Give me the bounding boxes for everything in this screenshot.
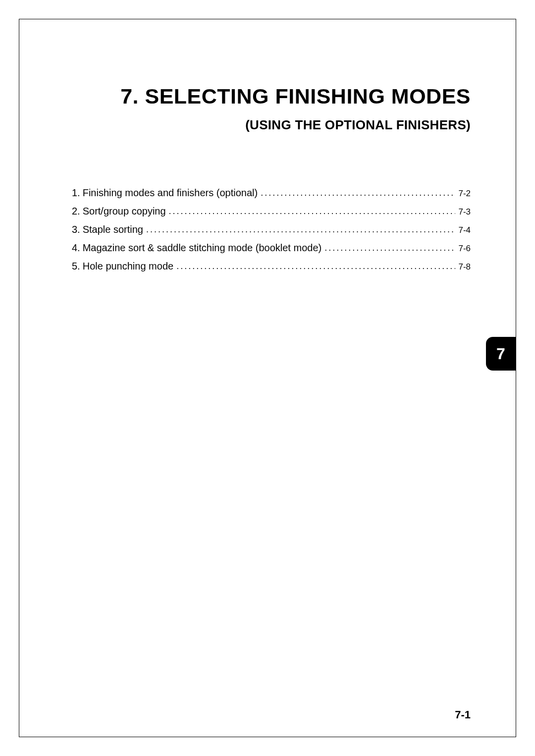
toc-dots (176, 261, 455, 271)
toc-dots (169, 206, 456, 216)
toc-entry: 5. Hole punching mode 7-8 (72, 261, 471, 272)
page-number: 7-1 (455, 708, 471, 721)
chapter-title: 7. SELECTING FINISHING MODES (64, 84, 471, 108)
toc-entry: 4. Magazine sort & saddle stitching mode… (72, 242, 471, 254)
toc-dots (324, 243, 455, 253)
toc-dots (261, 188, 455, 198)
toc-entry-number: 1. (72, 187, 80, 199)
toc-entry-text: Finishing modes and finishers (optional) (83, 187, 258, 199)
toc-entry: 2. Sort/group copying 7-3 (72, 206, 471, 217)
toc-dots (146, 224, 455, 235)
toc-entry-page: 7-2 (458, 189, 471, 199)
chapter-thumb-tab: 7 (486, 337, 516, 371)
toc-entry-number: 3. (72, 224, 80, 235)
toc-entry-text: Magazine sort & saddle stitching mode (b… (83, 242, 321, 254)
toc-entry-page: 7-6 (458, 244, 471, 254)
toc-entry-text: Staple sorting (83, 224, 143, 235)
toc-entry-number: 2. (72, 206, 80, 217)
toc-entry-page: 7-3 (458, 207, 471, 217)
toc-entry: 3. Staple sorting 7-4 (72, 224, 471, 235)
toc-entry-page: 7-4 (458, 225, 471, 235)
toc-entry-number: 4. (72, 242, 80, 254)
toc-entry-text: Hole punching mode (83, 261, 173, 272)
toc-entry-text: Sort/group copying (83, 206, 166, 217)
table-of-contents: 1. Finishing modes and finishers (option… (72, 187, 471, 272)
page-content: 7. SELECTING FINISHING MODES (USING THE … (64, 84, 471, 279)
chapter-subtitle: (USING THE OPTIONAL FINISHERS) (64, 117, 471, 133)
thumb-tab-number: 7 (496, 345, 505, 363)
toc-entry-number: 5. (72, 261, 80, 272)
toc-entry-page: 7-8 (458, 262, 471, 272)
toc-entry: 1. Finishing modes and finishers (option… (72, 187, 471, 199)
